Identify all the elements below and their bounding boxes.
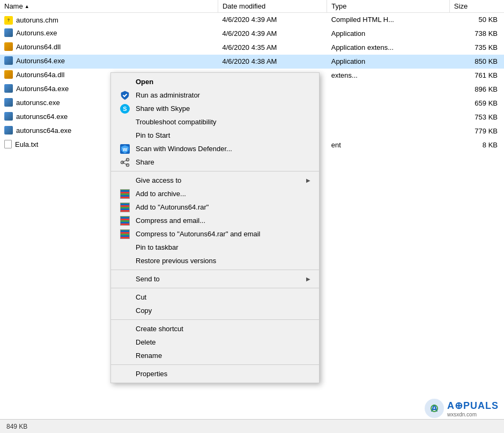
- file-date-cell: 4/6/2020 4:39 AM: [218, 27, 327, 41]
- file-icon: [4, 112, 13, 121]
- ctx-item-scan-defender[interactable]: W Scan with Windows Defender...: [111, 142, 319, 155]
- file-icon: [4, 28, 13, 37]
- ctx-item-compress-rar-email[interactable]: Compress to "Autoruns64.rar" and email: [111, 227, 319, 241]
- ctx-label-compress-rar-email: Compress to "Autoruns64.rar" and email: [136, 230, 261, 238]
- ctx-item-share-skype[interactable]: SShare with Skype: [111, 102, 319, 115]
- ctx-label-send-to: Send to: [136, 275, 160, 283]
- file-size-cell: 738 KB: [449, 27, 504, 41]
- file-size-cell: 761 KB: [449, 69, 504, 83]
- file-type-cell: [327, 96, 450, 110]
- file-date-cell: 4/6/2020 4:38 AM: [218, 55, 327, 69]
- ctx-item-copy[interactable]: Copy: [111, 304, 319, 317]
- ctx-item-add-rar[interactable]: Add to "Autoruns64.rar": [111, 200, 319, 214]
- ctx-item-add-archive[interactable]: Add to archive...: [111, 187, 319, 200]
- ctx-item-cut[interactable]: Cut: [111, 290, 319, 304]
- file-size-cell: 50 KB: [449, 13, 504, 27]
- file-type-cell: [327, 83, 450, 96]
- context-menu: Open Run as administratorSShare with Sky…: [110, 72, 320, 383]
- file-name-text: Autoruns64a.dll: [16, 71, 64, 79]
- file-size-cell: 896 KB: [449, 83, 504, 96]
- ctx-item-open[interactable]: Open: [111, 75, 319, 88]
- file-size-cell: 735 KB: [449, 41, 504, 55]
- file-name-text: Autoruns.exe: [16, 29, 57, 37]
- file-icon: [4, 126, 13, 135]
- file-type-cell: Application: [327, 55, 450, 69]
- file-date-cell: 4/6/2020 4:35 AM: [218, 41, 327, 55]
- file-type-cell: ent: [327, 138, 450, 152]
- file-type-cell: Application extens...: [327, 41, 450, 55]
- rar-icon: [120, 215, 130, 226]
- status-text: 849 KB: [6, 423, 27, 430]
- ctx-item-restore-versions[interactable]: Restore previous versions: [111, 254, 319, 267]
- sort-arrow-icon: ▲: [25, 4, 29, 9]
- ctx-label-give-access: Give access to: [136, 176, 181, 184]
- ctx-item-share[interactable]: Share: [111, 155, 319, 169]
- ctx-item-rename[interactable]: Rename: [111, 349, 319, 362]
- ctx-item-compress-email[interactable]: Compress and email...: [111, 214, 319, 227]
- file-type-cell: Compiled HTML H...: [327, 13, 450, 27]
- ctx-item-troubleshoot[interactable]: Troubleshoot compatibility: [111, 115, 319, 129]
- ctx-label-troubleshoot: Troubleshoot compatibility: [136, 118, 217, 126]
- watermark-brand: A⊕PUALS: [447, 400, 499, 412]
- file-type-cell: Application: [327, 27, 450, 41]
- ctx-item-pin-start[interactable]: Pin to Start: [111, 129, 319, 142]
- table-row[interactable]: Autoruns.exe4/6/2020 4:39 AMApplication7…: [0, 27, 504, 41]
- file-icon: [4, 70, 13, 79]
- ctx-label-rename: Rename: [136, 352, 162, 360]
- file-name-cell: Autoruns64.exe: [0, 55, 218, 69]
- table-header: Name ▲ Date modified Type Size: [0, 0, 504, 13]
- rar-icon: [120, 202, 130, 213]
- ctx-label-pin-start: Pin to Start: [136, 131, 170, 139]
- file-name-text: Eula.txt: [15, 140, 38, 148]
- file-date-cell: 4/6/2020 4:39 AM: [218, 13, 327, 27]
- shield-icon: [120, 90, 130, 101]
- share-icon: [120, 157, 130, 168]
- ctx-item-delete[interactable]: Delete: [111, 335, 319, 349]
- col-name-header[interactable]: Name ▲: [0, 0, 218, 13]
- ctx-label-pin-taskbar: Pin to taskbar: [136, 243, 179, 251]
- file-name-text: autorunsc64a.exe: [16, 126, 71, 135]
- file-name-text: Autoruns64.dll: [16, 43, 61, 51]
- file-size-cell: 779 KB: [449, 124, 504, 138]
- rar-icon: [120, 229, 130, 240]
- watermark: A A⊕PUALS wxsxdn.com: [424, 398, 499, 419]
- ctx-item-properties[interactable]: Properties: [111, 367, 319, 380]
- ctx-label-run-admin: Run as administrator: [136, 91, 200, 99]
- file-name-text: autorunsc64.exe: [16, 113, 68, 121]
- col-date-header[interactable]: Date modified: [218, 0, 327, 13]
- ctx-separator: [111, 319, 319, 320]
- ctx-item-create-shortcut[interactable]: Create shortcut: [111, 322, 319, 335]
- file-name-text: Autoruns64a.exe: [16, 85, 69, 93]
- defender-icon: W: [120, 144, 130, 154]
- ctx-label-compress-email: Compress and email...: [136, 216, 205, 225]
- ctx-item-pin-taskbar[interactable]: Pin to taskbar: [111, 241, 319, 254]
- file-name-cell: Autoruns.exe: [0, 27, 218, 41]
- col-type-header[interactable]: Type: [327, 0, 450, 13]
- ctx-item-send-to[interactable]: Send to▶: [111, 272, 319, 286]
- ctx-separator: [111, 171, 319, 171]
- ctx-label-properties: Properties: [136, 370, 167, 378]
- svg-text:W: W: [123, 147, 128, 152]
- ctx-label-cut: Cut: [136, 293, 146, 301]
- file-type-cell: [327, 110, 450, 124]
- ctx-label-share-skype: Share with Skype: [136, 104, 190, 113]
- file-icon: [4, 140, 12, 148]
- ctx-label-add-rar: Add to "Autoruns64.rar": [136, 203, 209, 211]
- ctx-item-give-access[interactable]: Give access to▶: [111, 174, 319, 187]
- ctx-separator: [111, 288, 319, 288]
- col-size-header[interactable]: Size: [449, 0, 504, 13]
- file-icon: [4, 56, 13, 65]
- file-type-cell: extens...: [327, 69, 450, 83]
- table-row[interactable]: Autoruns64.exe4/6/2020 4:38 AMApplicatio…: [0, 55, 504, 69]
- watermark-domain: wxsxdn.com: [447, 412, 499, 417]
- table-row[interactable]: ?autoruns.chm4/6/2020 4:39 AMCompiled HT…: [0, 13, 504, 27]
- file-icon: ?: [4, 16, 13, 25]
- status-bar: 849 KB: [0, 419, 504, 433]
- ctx-label-restore-versions: Restore previous versions: [136, 257, 216, 265]
- table-row[interactable]: Autoruns64.dll4/6/2020 4:35 AMApplicatio…: [0, 41, 504, 55]
- file-name-cell: ?autoruns.chm: [0, 13, 218, 27]
- file-icon: [4, 42, 13, 51]
- ctx-label-copy: Copy: [136, 307, 152, 315]
- ctx-separator: [111, 364, 319, 365]
- ctx-item-run-admin[interactable]: Run as administrator: [111, 88, 319, 102]
